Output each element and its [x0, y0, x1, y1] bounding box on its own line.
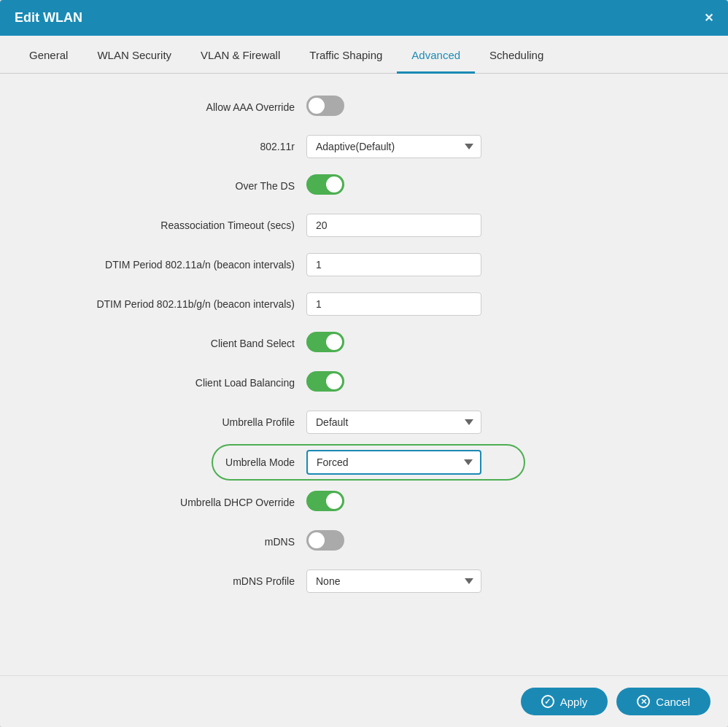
client-load-balancing-toggle[interactable] — [306, 371, 344, 394]
802-11r-row: 802.11r Adaptive(Default) Enabled Disabl… — [29, 135, 699, 158]
edit-wlan-modal: Edit WLAN ✕ General WLAN Security VLAN &… — [0, 0, 728, 727]
dtim-an-input-wrapper — [306, 253, 481, 276]
dtim-bgn-input[interactable] — [306, 292, 481, 316]
umbrella-mode-label: Umbrella Mode — [29, 456, 306, 468]
client-band-select-slider — [306, 332, 344, 352]
umbrella-mode-select-wrapper: Forced Enabled Disabled — [306, 450, 481, 475]
allow-aaa-override-label: Allow AAA Override — [29, 101, 306, 113]
tab-traffic-shaping[interactable]: Traffic Shaping — [295, 36, 397, 74]
mdns-profile-select-wrapper: None — [306, 569, 481, 593]
umbrella-profile-select-wrapper: Default None — [306, 411, 481, 434]
reassociation-timeout-input-wrapper — [306, 214, 481, 237]
dtim-an-input[interactable] — [306, 253, 481, 276]
mdns-label: mDNS — [29, 536, 306, 548]
client-load-balancing-row: Client Load Balancing — [29, 371, 699, 394]
cancel-label: Cancel — [656, 696, 690, 708]
allow-aaa-override-toggle[interactable] — [306, 96, 344, 119]
over-the-ds-toggle[interactable] — [306, 174, 344, 198]
apply-icon: ✓ — [541, 695, 554, 708]
cancel-button[interactable]: ✕ Cancel — [616, 688, 710, 715]
reassociation-timeout-label: Reassociation Timeout (secs) — [29, 219, 306, 231]
dtim-bgn-label: DTIM Period 802.11b/g/n (beacon interval… — [29, 298, 306, 310]
allow-aaa-override-row: Allow AAA Override — [29, 96, 699, 119]
apply-label: Apply — [560, 696, 588, 708]
apply-button[interactable]: ✓ Apply — [521, 688, 608, 715]
over-the-ds-slider — [306, 174, 344, 195]
802-11r-label: 802.11r — [29, 141, 306, 152]
tab-advanced[interactable]: Advanced — [397, 36, 475, 74]
reassociation-timeout-input[interactable] — [306, 214, 481, 237]
umbrella-profile-row: Umbrella Profile Default None — [29, 411, 699, 434]
802-11r-select-wrapper: Adaptive(Default) Enabled Disabled — [306, 135, 481, 158]
umbrella-dhcp-override-toggle[interactable] — [306, 491, 344, 514]
modal-title: Edit WLAN — [15, 10, 82, 26]
client-band-select-row: Client Band Select — [29, 332, 699, 355]
client-load-balancing-slider — [306, 371, 344, 392]
umbrella-dhcp-override-slider — [306, 491, 344, 511]
tab-scheduling[interactable]: Scheduling — [475, 36, 558, 74]
umbrella-mode-select[interactable]: Forced Enabled Disabled — [306, 450, 481, 475]
tab-vlan-firewall[interactable]: VLAN & Firewall — [186, 36, 295, 74]
dtim-an-row: DTIM Period 802.11a/n (beacon intervals) — [29, 253, 699, 276]
reassociation-timeout-row: Reassociation Timeout (secs) — [29, 214, 699, 237]
over-the-ds-label: Over The DS — [29, 180, 306, 192]
client-band-select-label: Client Band Select — [29, 338, 306, 349]
tab-general[interactable]: General — [15, 36, 82, 74]
close-icon[interactable]: ✕ — [704, 11, 713, 25]
over-the-ds-row: Over The DS — [29, 174, 699, 198]
dtim-bgn-input-wrapper — [306, 292, 481, 316]
modal-footer: ✓ Apply ✕ Cancel — [0, 675, 728, 727]
tabs-bar: General WLAN Security VLAN & Firewall Tr… — [0, 36, 728, 74]
cancel-icon: ✕ — [637, 695, 650, 708]
client-load-balancing-label: Client Load Balancing — [29, 377, 306, 389]
tab-wlan-security[interactable]: WLAN Security — [82, 36, 186, 74]
mdns-profile-label: mDNS Profile — [29, 575, 306, 587]
mdns-slider — [306, 530, 344, 551]
form-content: Allow AAA Override 802.11r Adaptive(Defa… — [0, 74, 728, 675]
allow-aaa-override-slider — [306, 96, 344, 116]
mdns-profile-select[interactable]: None — [306, 569, 481, 593]
umbrella-dhcp-override-row: Umbrella DHCP Override — [29, 491, 699, 514]
umbrella-dhcp-override-label: Umbrella DHCP Override — [29, 497, 306, 508]
umbrella-profile-label: Umbrella Profile — [29, 416, 306, 428]
dtim-an-label: DTIM Period 802.11a/n (beacon intervals) — [29, 259, 306, 271]
modal-header: Edit WLAN ✕ — [0, 0, 728, 36]
mdns-profile-row: mDNS Profile None — [29, 569, 699, 593]
802-11r-select[interactable]: Adaptive(Default) Enabled Disabled — [306, 135, 481, 158]
mdns-toggle[interactable] — [306, 530, 344, 553]
umbrella-mode-row: Umbrella Mode Forced Enabled Disabled — [29, 450, 699, 475]
umbrella-profile-select[interactable]: Default None — [306, 411, 481, 434]
mdns-row: mDNS — [29, 530, 699, 553]
dtim-bgn-row: DTIM Period 802.11b/g/n (beacon interval… — [29, 292, 699, 316]
client-band-select-toggle[interactable] — [306, 332, 344, 355]
